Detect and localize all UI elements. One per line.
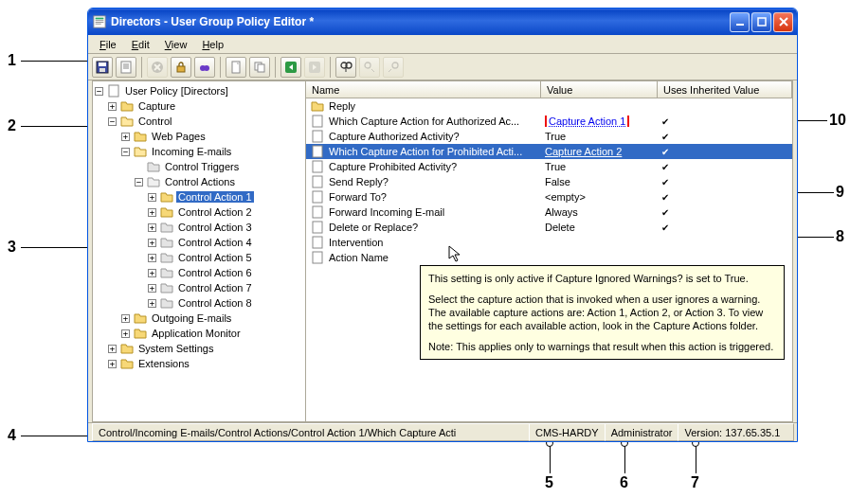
tree-ctriggers[interactable]: Control Triggers	[163, 161, 241, 172]
callout-8: 8	[836, 228, 844, 245]
tree-ext[interactable]: Extensions	[136, 358, 191, 369]
tree-a5[interactable]: Control Action 5	[176, 252, 254, 263]
copy-icon[interactable]	[249, 57, 270, 78]
tree-incoming[interactable]: Incoming E-mails	[150, 146, 233, 157]
row-value[interactable]: Capture Action 2	[545, 146, 622, 157]
row-label: Intervention	[329, 237, 383, 248]
row-value[interactable]: Capture Action 1	[549, 116, 625, 127]
svg-rect-1	[96, 18, 104, 20]
row-label: Capture Prohibited Activity?	[329, 161, 457, 172]
tree-appmon[interactable]: Application Monitor	[150, 328, 243, 339]
list-row[interactable]: Capture Authorized Activity? True	[306, 129, 792, 144]
expander-icon[interactable]: −	[135, 178, 143, 187]
tree-cactions[interactable]: Control Actions	[163, 176, 237, 187]
expander-icon[interactable]: +	[148, 208, 156, 217]
tree-a1[interactable]: Control Action 1	[176, 191, 254, 203]
properties-icon[interactable]	[116, 57, 136, 78]
list-row[interactable]: Capture Prohibited Activity? True	[306, 159, 792, 174]
tooltip-line: Select the capture action that is invoke…	[428, 293, 776, 332]
callout-7: 7	[691, 474, 699, 491]
tree-a6[interactable]: Control Action 6	[176, 267, 254, 278]
expander-icon[interactable]: +	[148, 223, 156, 232]
list-panel[interactable]: Name Value Uses Inherited Value Reply Wh…	[306, 81, 792, 421]
expander-icon[interactable]: +	[148, 269, 156, 277]
delete-icon	[147, 57, 168, 78]
expander-icon[interactable]: −	[95, 87, 103, 96]
tree-a2[interactable]: Control Action 2	[176, 206, 254, 218]
tree-a4[interactable]: Control Action 4	[176, 237, 254, 248]
callout-6: 6	[620, 474, 628, 491]
expander-icon[interactable]: −	[108, 117, 117, 126]
tree-capture[interactable]: Capture	[136, 100, 177, 112]
tree-root[interactable]: User Policy [Directors]	[123, 85, 230, 97]
callout-9: 9	[836, 184, 844, 201]
list-row[interactable]: Forward To? <empty>	[306, 189, 792, 205]
header-value[interactable]: Value	[541, 81, 658, 98]
tree-panel[interactable]: −User Policy [Directors] +Capture −Contr…	[93, 81, 306, 421]
lock-icon[interactable]	[171, 57, 191, 78]
controller-icon[interactable]	[194, 57, 215, 78]
check-icon	[661, 116, 669, 127]
folder-icon	[119, 98, 135, 114]
folder-icon	[133, 129, 148, 144]
tree-webpages[interactable]: Web Pages	[150, 131, 208, 142]
tree-a7[interactable]: Control Action 7	[176, 282, 254, 293]
row-label: Reply	[329, 100, 355, 112]
row-label: Send Reply?	[329, 176, 389, 187]
save-icon[interactable]	[92, 57, 113, 78]
list-row[interactable]: Delete or Replace? Delete	[306, 220, 792, 235]
expander-icon[interactable]: +	[148, 239, 156, 247]
expander-icon[interactable]: +	[148, 284, 156, 293]
row-label: Action Name	[329, 252, 389, 263]
check-icon	[661, 176, 669, 187]
svg-rect-41	[313, 237, 322, 248]
list-row[interactable]: Action Name	[306, 250, 792, 265]
new-doc-icon[interactable]	[226, 57, 246, 78]
tree-outgoing[interactable]: Outgoing E-mails	[150, 312, 233, 324]
list-row-selected[interactable]: Which Capture Action for Prohibited Acti…	[306, 144, 792, 159]
folder-icon	[159, 205, 174, 220]
page-icon	[310, 159, 325, 174]
menu-edit[interactable]: Edit	[124, 37, 157, 52]
expander-icon[interactable]: +	[148, 299, 156, 308]
row-label: Which Capture Action for Prohibited Acti…	[329, 146, 522, 157]
expander-icon[interactable]: +	[121, 133, 130, 141]
header-inherited[interactable]: Uses Inherited Value	[658, 81, 792, 98]
status-bar: Control/Incoming E-mails/Control Actions…	[88, 422, 797, 441]
title-bar[interactable]: Directors - User Group Policy Editor *	[88, 9, 797, 35]
list-row[interactable]: Intervention	[306, 235, 792, 250]
list-row[interactable]: Reply	[306, 98, 792, 114]
close-button[interactable]	[773, 12, 793, 32]
maximize-button[interactable]	[751, 12, 771, 32]
expander-icon[interactable]: +	[108, 360, 117, 368]
find-icon[interactable]	[335, 57, 356, 78]
svg-rect-10	[99, 62, 106, 66]
expander-icon[interactable]: +	[108, 345, 117, 353]
tree-control[interactable]: Control	[136, 116, 173, 127]
tree-sys[interactable]: System Settings	[136, 343, 215, 354]
tree-a8[interactable]: Control Action 8	[176, 297, 254, 309]
header-name[interactable]: Name	[306, 81, 541, 98]
expander-icon[interactable]: +	[148, 193, 156, 202]
expander-icon[interactable]: −	[121, 148, 130, 156]
expander-icon[interactable]: +	[121, 329, 130, 338]
expander-icon[interactable]: +	[121, 314, 130, 323]
menu-help[interactable]: Help	[194, 37, 231, 52]
callout-1: 1	[8, 52, 16, 69]
svg-rect-19	[177, 66, 185, 72]
menu-file[interactable]: File	[92, 37, 124, 52]
tree-a3[interactable]: Control Action 3	[176, 222, 254, 233]
svg-point-21	[204, 65, 209, 71]
page-icon	[310, 129, 325, 144]
list-row[interactable]: Forward Incoming E-mail Always	[306, 205, 792, 220]
folder-icon	[146, 159, 161, 174]
minimize-button[interactable]	[730, 12, 750, 32]
expander-icon[interactable]: +	[108, 102, 117, 111]
list-row[interactable]: Send Reply? False	[306, 174, 792, 189]
expander-icon[interactable]: +	[148, 254, 156, 262]
back-icon[interactable]	[280, 57, 301, 78]
folder-icon	[119, 356, 135, 371]
menu-view[interactable]: View	[157, 37, 195, 52]
work-area: −User Policy [Directors] +Capture −Contr…	[92, 80, 793, 422]
list-row[interactable]: Which Capture Action for Authorized Ac..…	[306, 114, 792, 129]
